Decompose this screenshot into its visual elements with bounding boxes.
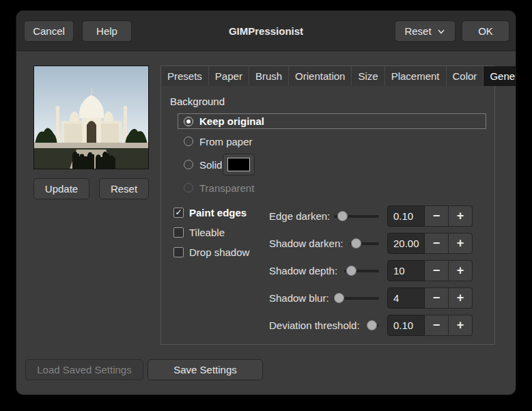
radio-icon (184, 137, 193, 146)
tab-orientation[interactable]: Orientation (289, 66, 352, 86)
tab-presets[interactable]: Presets (161, 66, 209, 86)
shadow-blur-value[interactable]: 4 (387, 287, 425, 309)
edge-darken-label: Edge darken: (269, 210, 330, 222)
slider-knob[interactable] (367, 320, 377, 330)
preview-image (33, 66, 149, 169)
edge-darken-slider[interactable] (334, 215, 379, 218)
deviation-threshold-spinbox: 0.10 − + (387, 315, 473, 336)
reset-dropdown-label: Reset (404, 25, 431, 37)
deviation-threshold-label: Deviation threshold: (269, 320, 360, 331)
help-button[interactable]: Help (82, 20, 132, 42)
shadow-blur-spinbox: 4 − + (387, 287, 473, 309)
shadow-blur-row: Shadow blur: 4 − + (161, 287, 482, 309)
shadow-depth-label: Shadow depth: (269, 265, 337, 277)
radio-solid[interactable]: Solid (184, 157, 222, 172)
deviation-threshold-row: Deviation threshold: 0.10 − + (161, 315, 482, 336)
screen: GIMPressionist Cancel Help Reset OK (0, 0, 532, 411)
reset-dropdown-button[interactable]: Reset (395, 20, 456, 42)
tab-brush[interactable]: Brush (249, 66, 289, 86)
slider-knob[interactable] (334, 293, 344, 303)
chevron-down-icon (436, 27, 446, 36)
shadow-depth-spinbox: 10 − + (387, 260, 473, 281)
increment-button[interactable]: + (449, 206, 473, 227)
cancel-button[interactable]: Cancel (24, 20, 74, 42)
decrement-button[interactable]: − (425, 315, 449, 336)
load-saved-settings-button[interactable]: Load Saved Settings (25, 359, 143, 380)
radio-icon (184, 160, 193, 169)
shadow-depth-slider[interactable] (344, 270, 379, 272)
radio-selected-icon (184, 117, 193, 126)
deviation-threshold-value[interactable]: 0.10 (387, 315, 425, 336)
edge-darken-row: Edge darken: 0.10 − + (161, 206, 482, 227)
tab-color[interactable]: Color (447, 66, 484, 86)
shadow-darken-spinbox: 20.00 − + (387, 233, 473, 254)
shadow-darken-row: Shadow darken: 20.00 − + (161, 233, 482, 254)
edge-darken-spinbox: 0.10 − + (387, 206, 473, 227)
tab-placement[interactable]: Placement (385, 66, 447, 86)
save-settings-button[interactable]: Save Settings (148, 359, 263, 380)
increment-button[interactable]: + (449, 260, 473, 281)
taj-mahal-preview-image (34, 66, 148, 169)
background-section-label: Background (170, 96, 225, 107)
tab-bar: Presets Paper Brush Orientation Size Pla… (160, 66, 495, 87)
shadow-blur-slider[interactable] (333, 297, 379, 300)
solid-color-picker-button[interactable] (223, 154, 255, 175)
slider-knob[interactable] (346, 266, 356, 276)
shadow-depth-value[interactable]: 10 (387, 260, 425, 281)
decrement-button[interactable]: − (425, 206, 449, 227)
ok-button[interactable]: OK (462, 20, 509, 42)
decrement-button[interactable]: − (425, 233, 449, 254)
shadow-darken-value[interactable]: 20.00 (387, 233, 425, 254)
tab-general[interactable]: General (484, 66, 516, 86)
preview-reset-button[interactable]: Reset (99, 178, 149, 199)
general-tab-panel: Background Keep original From paper Soli… (160, 86, 495, 345)
radio-from-paper[interactable]: From paper (184, 134, 253, 149)
increment-button[interactable]: + (449, 315, 473, 336)
radio-disabled-icon (184, 183, 193, 193)
shadow-darken-slider[interactable] (350, 242, 379, 245)
increment-button[interactable]: + (449, 287, 473, 309)
increment-button[interactable]: + (449, 233, 473, 254)
shadow-blur-label: Shadow blur: (269, 292, 329, 304)
slider-knob[interactable] (337, 211, 348, 221)
shadow-darken-label: Shadow darken: (269, 238, 343, 249)
radio-keep-original[interactable]: Keep original (178, 113, 486, 129)
update-button[interactable]: Update (33, 178, 89, 199)
radio-transparent[interactable]: Transparent (184, 180, 254, 195)
decrement-button[interactable]: − (425, 260, 449, 281)
gimpressionist-dialog: GIMPressionist Cancel Help Reset OK (16, 11, 516, 395)
color-swatch (227, 158, 250, 171)
tab-paper[interactable]: Paper (209, 66, 249, 86)
tab-size[interactable]: Size (352, 66, 384, 86)
edge-darken-value[interactable]: 0.10 (387, 206, 425, 227)
deviation-threshold-slider[interactable] (367, 324, 379, 327)
decrement-button[interactable]: − (425, 287, 449, 309)
slider-knob[interactable] (351, 238, 361, 249)
dialog-header: GIMPressionist Cancel Help Reset OK (16, 11, 516, 51)
shadow-depth-row: Shadow depth: 10 − + (161, 260, 482, 281)
